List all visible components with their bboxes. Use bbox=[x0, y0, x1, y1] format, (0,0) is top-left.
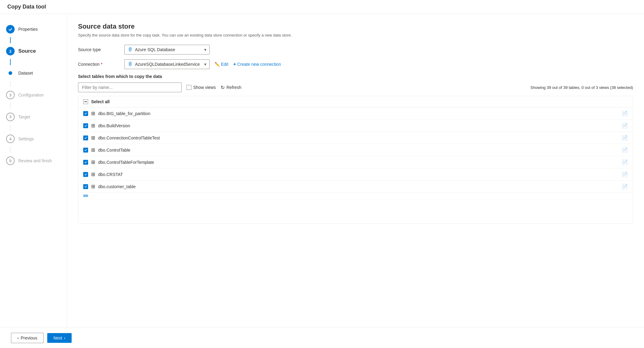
source-type-row: Source type 🛢 Azure SQL Database ▾ bbox=[78, 45, 633, 54]
table-name: dbo.BuildVersion bbox=[98, 123, 619, 128]
table-grid-icon: ⊞ bbox=[91, 159, 95, 165]
table-checkbox[interactable] bbox=[83, 184, 88, 189]
table-name: dbo.BIG_table_for_partition bbox=[98, 111, 619, 116]
sidebar-item-settings[interactable]: 4 Settings bbox=[0, 131, 67, 147]
connector-1 bbox=[10, 37, 11, 43]
table-name: dbo.ConnectionControlTableTest bbox=[98, 135, 619, 140]
table-row[interactable]: ⊞ dbo.ControlTableForTemplate 📄 bbox=[78, 156, 633, 168]
sidebar: Properties 2 Source Dataset 3 Configurat… bbox=[0, 14, 67, 328]
table-name: dbo.ControlTableForTemplate bbox=[98, 160, 619, 165]
table-row-partial bbox=[78, 193, 633, 199]
source-type-label: Source type bbox=[78, 47, 121, 52]
table-checkbox[interactable] bbox=[83, 111, 88, 116]
step-label-review: Review and finish bbox=[18, 158, 52, 163]
table-row[interactable]: ⊞ dbo.customer_table 📄 bbox=[78, 181, 633, 193]
connector-6 bbox=[10, 147, 11, 153]
step-circle-configuration: 3 bbox=[6, 91, 15, 99]
doc-icon[interactable]: 📄 bbox=[622, 111, 628, 116]
doc-icon[interactable]: 📄 bbox=[622, 147, 628, 153]
source-type-dropdown[interactable]: 🛢 Azure SQL Database ▾ bbox=[124, 45, 210, 54]
doc-icon[interactable]: 📄 bbox=[622, 184, 628, 189]
table-name: dbo.CRSTAT bbox=[98, 172, 619, 177]
step-label-source: Source bbox=[18, 48, 36, 54]
table-checkbox[interactable] bbox=[83, 135, 88, 140]
connection-row: Connection * 🛢 AzureSQLDatabaseLinkedSer… bbox=[78, 59, 633, 69]
previous-button[interactable]: ‹ Previous bbox=[11, 333, 44, 343]
connector-2 bbox=[10, 59, 11, 65]
chevron-left-icon: ‹ bbox=[17, 336, 19, 340]
connection-label: Connection * bbox=[78, 62, 121, 67]
create-new-connection-button[interactable]: + Create new connection bbox=[233, 62, 281, 67]
step-circle-properties bbox=[6, 25, 15, 33]
step-circle-review: 5 bbox=[6, 156, 15, 165]
filter-input[interactable] bbox=[78, 83, 182, 92]
source-type-value: Azure SQL Database bbox=[135, 47, 175, 52]
connection-dropdown[interactable]: 🛢 AzureSQLDatabaseLinkedService ▾ bbox=[124, 59, 210, 69]
sidebar-item-source[interactable]: 2 Source bbox=[0, 43, 67, 59]
bottom-bar: ‹ Previous Next › bbox=[0, 328, 644, 348]
required-indicator: * bbox=[101, 62, 102, 67]
step-label-properties: Properties bbox=[18, 27, 38, 32]
doc-icon[interactable]: 📄 bbox=[622, 159, 628, 165]
table-row[interactable]: ⊞ dbo.BIG_table_for_partition 📄 bbox=[78, 107, 633, 120]
table-name: dbo.customer_table bbox=[98, 184, 619, 189]
step-dot-dataset bbox=[9, 71, 12, 75]
step-label-settings: Settings bbox=[18, 136, 34, 141]
table-grid-icon: ⊞ bbox=[91, 111, 95, 116]
table-checkbox bbox=[83, 195, 88, 197]
table-count-text: Showing 39 out of 39 tables, 0 out of 3 … bbox=[530, 85, 633, 90]
azure-sql-icon: 🛢 bbox=[128, 47, 133, 52]
connector-4 bbox=[10, 103, 11, 109]
main-content: Source data store Specify the source dat… bbox=[67, 14, 644, 328]
select-all-row[interactable]: Select all bbox=[78, 96, 633, 107]
step-circle-target: 3 bbox=[6, 113, 15, 121]
refresh-button[interactable]: ↻ Refresh bbox=[221, 85, 241, 90]
step-circle-settings: 4 bbox=[6, 135, 15, 143]
chevron-right-icon: › bbox=[64, 336, 66, 340]
table-grid-icon: ⊞ bbox=[91, 123, 95, 128]
table-checkbox[interactable] bbox=[83, 160, 88, 165]
table-grid-icon: ⊞ bbox=[91, 184, 95, 189]
show-views-checkbox[interactable] bbox=[187, 85, 191, 90]
chevron-down-icon-conn: ▾ bbox=[204, 62, 206, 67]
sidebar-item-dataset[interactable]: Dataset bbox=[0, 65, 67, 81]
doc-icon[interactable]: 📄 bbox=[622, 135, 628, 141]
table-row[interactable]: ⊞ dbo.ConnectionControlTableTest 📄 bbox=[78, 132, 633, 144]
step-label-configuration: Configuration bbox=[18, 93, 44, 97]
plus-icon: + bbox=[233, 62, 236, 67]
show-views-toggle[interactable]: Show views bbox=[187, 85, 216, 90]
table-row[interactable]: ⊞ dbo.CRSTAT 📄 bbox=[78, 168, 633, 181]
table-checkbox[interactable] bbox=[83, 172, 88, 177]
table-grid-icon: ⊞ bbox=[91, 135, 95, 141]
connection-value: AzureSQLDatabaseLinkedService bbox=[135, 62, 200, 67]
select-all-checkbox[interactable] bbox=[83, 99, 88, 104]
sidebar-item-properties[interactable]: Properties bbox=[0, 21, 67, 37]
select-tables-label: Select tables from which to copy the dat… bbox=[78, 74, 633, 79]
linked-service-icon: 🛢 bbox=[128, 62, 133, 67]
step-label-dataset: Dataset bbox=[18, 71, 33, 76]
filter-bar: Show views ↻ Refresh Showing 39 out of 3… bbox=[78, 83, 633, 92]
sidebar-item-target[interactable]: 3 Target bbox=[0, 109, 67, 125]
table-grid-icon: ⊞ bbox=[91, 171, 95, 177]
page-title: Source data store bbox=[78, 23, 633, 30]
table-row[interactable]: ⊞ dbo.BuildVersion 📄 bbox=[78, 120, 633, 132]
connection-controls: 🛢 AzureSQLDatabaseLinkedService ▾ ✏️ Edi… bbox=[124, 59, 281, 69]
partial-check-indicator bbox=[84, 101, 87, 102]
sidebar-item-review[interactable]: 5 Review and finish bbox=[0, 153, 67, 169]
table-grid-icon: ⊞ bbox=[91, 147, 95, 153]
edit-button[interactable]: ✏️ Edit bbox=[215, 62, 228, 67]
next-button[interactable]: Next › bbox=[47, 333, 71, 343]
table-checkbox[interactable] bbox=[83, 148, 88, 153]
step-label-target: Target bbox=[18, 114, 30, 119]
doc-icon[interactable]: 📄 bbox=[622, 123, 628, 128]
table-row[interactable]: ⊞ dbo.ControlTable 📄 bbox=[78, 144, 633, 156]
doc-icon[interactable]: 📄 bbox=[622, 171, 628, 177]
connector-3 bbox=[10, 81, 11, 87]
table-checkbox[interactable] bbox=[83, 123, 88, 128]
page-subtitle: Specify the source data store for the co… bbox=[78, 33, 633, 37]
chevron-down-icon: ▾ bbox=[204, 47, 206, 52]
table-name: dbo.ControlTable bbox=[98, 148, 619, 153]
sidebar-item-configuration[interactable]: 3 Configuration bbox=[0, 87, 67, 103]
step-circle-source: 2 bbox=[6, 47, 15, 55]
table-list: Select all ⊞ dbo.BIG_table_for_partition… bbox=[78, 96, 633, 224]
